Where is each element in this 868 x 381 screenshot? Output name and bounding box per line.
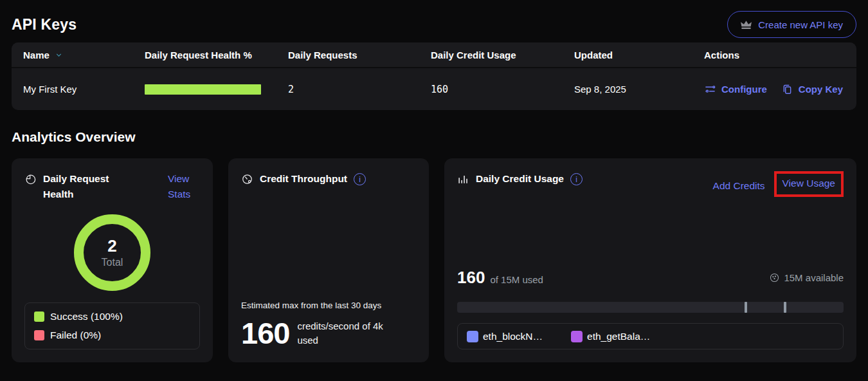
column-header-name[interactable]: Name xyxy=(23,50,145,60)
donut-legend: Success (100%) Failed (0%) xyxy=(24,302,200,349)
column-header-updated: Updated xyxy=(574,50,704,60)
failed-label: Failed (0%) xyxy=(50,330,101,341)
api-keys-header: API Keys Create new API key xyxy=(12,0,856,40)
legend-item-failed: Failed (0%) xyxy=(34,330,190,341)
api-keys-table: Name Daily Request Health % Daily Reques… xyxy=(12,42,856,110)
legend-item-eth-blocknumber: eth_blockN… xyxy=(467,331,543,342)
crown-icon xyxy=(741,20,752,30)
eth-blocknumber-label: eth_blockN… xyxy=(483,331,543,342)
eth-getbalance-swatch xyxy=(571,331,583,342)
credits-used-value: 160 xyxy=(457,268,485,288)
view-usage-link[interactable]: View Usage xyxy=(782,178,835,189)
credit-usage-progress-bar xyxy=(457,302,844,313)
daily-request-health-card: Daily Request Health View Stats 2 Total … xyxy=(12,158,213,362)
annotation-highlight-box: View Usage xyxy=(774,171,844,197)
eth-blocknumber-swatch xyxy=(467,331,478,342)
daily-credit-usage-card: Daily Credit Usage i Add Credits View Us… xyxy=(444,158,856,362)
usage-legend: eth_blockN… eth_getBala… xyxy=(457,323,844,349)
throughput-value-row: 160 credits/second of 4k used xyxy=(241,318,416,348)
bar-marker xyxy=(745,302,747,313)
card-head: Credit Throughput i xyxy=(241,171,416,187)
credits-used-suffix: of 15M used xyxy=(490,274,543,285)
throughput-unit: credits/second of 4k used xyxy=(297,319,400,348)
gauge-icon xyxy=(241,173,253,185)
column-header-credit-usage: Daily Credit Usage xyxy=(431,50,574,60)
configure-button[interactable]: Configure xyxy=(704,83,767,95)
sort-chevron-down-icon[interactable] xyxy=(55,51,63,59)
success-swatch xyxy=(34,311,44,322)
api-key-name: My First Key xyxy=(23,84,145,95)
donut-total-label: Total xyxy=(102,257,123,268)
dashboard-page: API Keys Create new API key Name Daily R… xyxy=(0,0,868,362)
daily-credit-usage-value: 160 xyxy=(431,84,574,95)
column-header-requests: Daily Requests xyxy=(288,50,431,60)
info-icon[interactable]: i xyxy=(570,173,583,185)
card-links: Add Credits View Usage xyxy=(713,171,844,197)
page-title: API Keys xyxy=(12,16,77,33)
bar-marker xyxy=(784,302,786,313)
failed-swatch xyxy=(34,330,44,340)
donut-total-value: 2 xyxy=(107,237,116,256)
analytics-section-title: Analytics Overview xyxy=(12,129,856,145)
card-head: Daily Credit Usage i Add Credits View Us… xyxy=(457,171,844,197)
column-header-actions: Actions xyxy=(704,50,856,60)
eth-getbalance-label: eth_getBala… xyxy=(587,331,650,342)
copy-icon xyxy=(781,83,793,95)
usage-summary-row: 160 of 15M used 15M available xyxy=(457,268,844,288)
create-api-key-label: Create new API key xyxy=(758,19,843,30)
copy-key-button[interactable]: Copy Key xyxy=(781,83,843,95)
view-stats-link[interactable]: View Stats xyxy=(168,171,200,202)
success-label: Success (100%) xyxy=(50,311,123,322)
legend-item-eth-getbalance: eth_getBala… xyxy=(571,331,650,342)
analytics-cards: Daily Request Health View Stats 2 Total … xyxy=(12,158,856,362)
credits-icon xyxy=(769,272,780,283)
credits-available-label: 15M available xyxy=(784,272,844,283)
request-health-donut-chart: 2 Total xyxy=(74,214,150,291)
credit-throughput-card: Credit Throughput i Estimated max from t… xyxy=(228,158,429,362)
bar-chart-icon xyxy=(457,173,469,185)
sliders-icon xyxy=(704,83,716,95)
column-header-name-label: Name xyxy=(23,50,50,60)
card-title: Daily Credit Usage xyxy=(476,171,564,187)
create-api-key-button[interactable]: Create new API key xyxy=(727,11,856,38)
throughput-value: 160 xyxy=(241,318,289,348)
health-bar-cell xyxy=(145,84,288,95)
column-header-health: Daily Request Health % xyxy=(145,50,288,60)
card-title: Credit Throughput xyxy=(260,171,347,187)
health-bar xyxy=(145,84,261,95)
card-head: Daily Request Health View Stats xyxy=(24,171,200,202)
table-row: My First Key 2 160 Sep 8, 2025 Configure xyxy=(12,68,856,110)
table-header-row: Name Daily Request Health % Daily Reques… xyxy=(12,42,856,68)
add-credits-link[interactable]: Add Credits xyxy=(713,177,765,192)
updated-value: Sep 8, 2025 xyxy=(574,84,704,95)
legend-item-success: Success (100%) xyxy=(34,311,190,322)
row-actions: Configure Copy Key xyxy=(704,83,856,95)
credits-available: 15M available xyxy=(769,272,844,283)
daily-requests-value: 2 xyxy=(288,84,431,95)
card-title: Daily Request Health xyxy=(43,171,119,202)
info-icon[interactable]: i xyxy=(354,173,366,185)
pie-chart-icon xyxy=(24,173,37,185)
configure-label: Configure xyxy=(721,84,767,95)
copy-key-label: Copy Key xyxy=(799,84,843,95)
throughput-note: Estimated max from the last 30 days xyxy=(241,301,416,310)
